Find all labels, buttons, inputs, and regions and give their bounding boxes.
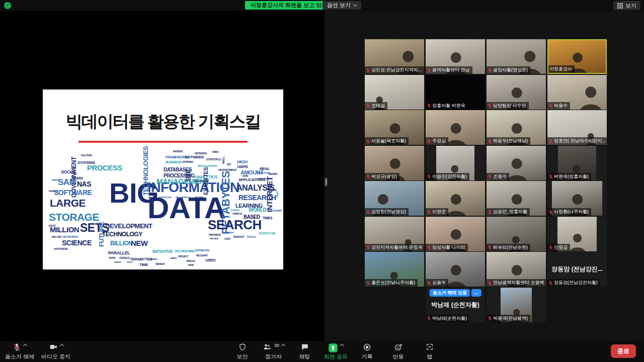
wordcloud-word: SEARCH bbox=[208, 218, 262, 231]
toolbar-item-share-screen[interactable]: 화면 공유 bbox=[323, 341, 349, 362]
more-options-button[interactable]: ... bbox=[471, 289, 481, 297]
participant-tile[interactable]: 장흥자활 박현욱 bbox=[426, 75, 485, 110]
participant-tile[interactable]: 사정환(나주자활) bbox=[547, 181, 607, 216]
participant-tile[interactable]: 김동민_장흥자활 bbox=[487, 181, 546, 216]
wordcloud-word: DRIVE bbox=[52, 179, 58, 182]
participant-name: 조태섭 bbox=[371, 103, 385, 109]
participant-tile[interactable]: 안창금 bbox=[547, 217, 607, 251]
mic-muted-icon bbox=[366, 281, 370, 286]
participant-tile[interactable]: 광양자활(명상준) bbox=[487, 39, 546, 74]
participant-name: 허유리(전남순천) bbox=[493, 244, 528, 251]
participant-name: 주경심 bbox=[432, 138, 446, 144]
request-unmute-button[interactable]: 음소거 해제 요청 bbox=[430, 289, 470, 297]
participant-tile[interactable]: 김민경.전남강진지역자... bbox=[365, 39, 424, 74]
wordcloud-word: SCIENCE bbox=[62, 239, 92, 246]
wordcloud-word: FUNDING bbox=[226, 232, 234, 234]
wordcloud-word: YEAR bbox=[276, 192, 279, 198]
participant-display-name: 박남재 (순천자활) bbox=[426, 301, 485, 309]
wordcloud-word: NAS bbox=[77, 180, 91, 188]
mic-muted-icon bbox=[366, 210, 370, 215]
participant-nameplate: 강진지역자활센터 문정국 bbox=[365, 244, 424, 251]
wordcloud-word: PROCESS bbox=[87, 164, 122, 171]
wordcloud-word: USING bbox=[212, 151, 218, 153]
participant-nameplate: 장효연( 전남여수시민지... bbox=[547, 137, 607, 145]
participant-tile[interactable]: 전남광역자활센터 조원택 bbox=[487, 252, 546, 287]
wordcloud-word: EXABYTES bbox=[203, 167, 209, 195]
participant-nameplate: 조형수 bbox=[487, 173, 509, 180]
participant-tile[interactable]: 주경심 bbox=[426, 110, 485, 145]
participant-tile[interactable]: 박용수 bbox=[547, 75, 607, 110]
chevron-up-icon[interactable] bbox=[340, 343, 344, 347]
wordcloud-word: SENSOR bbox=[155, 263, 165, 265]
participant-tile[interactable]: 담양팀장 서수진 bbox=[487, 75, 546, 110]
wordcloud-word: INITIATIVE bbox=[152, 249, 173, 254]
record-icon bbox=[363, 343, 371, 352]
participant-name: 박남재(순천자활) bbox=[432, 315, 467, 322]
wordcloud-word: IMPLEMENTATION bbox=[176, 197, 190, 199]
participant-tile[interactable]: 허유리(전남순천) bbox=[487, 217, 546, 251]
participant-tile[interactable]: 조형수 bbox=[487, 146, 546, 180]
mic-muted-icon bbox=[427, 245, 431, 250]
participant-tile[interactable]: 김용우 bbox=[426, 252, 485, 287]
participant-tile[interactable]: 이현준 bbox=[426, 181, 485, 216]
participant-name: 담양팀장 서수진 bbox=[493, 103, 526, 109]
participant-gallery: 김민경.전남강진지역자... 광역자활센터 전남 광양자활(명상준) 이정훈강사… bbox=[365, 39, 608, 323]
participant-tile[interactable]: 박현욱(장흥자활) bbox=[547, 146, 607, 180]
wordcloud-word: MILLION bbox=[50, 226, 79, 233]
toolbar-item-chat[interactable]: 채팅 bbox=[292, 341, 318, 362]
participant-tile[interactable]: 홍은표(전남나주자활) bbox=[365, 252, 424, 287]
toolbar-item-reactions[interactable]: 반응 bbox=[385, 341, 412, 362]
participant-nameplate: 조태섭 bbox=[365, 102, 387, 110]
wordcloud-word: SOCIAL bbox=[61, 170, 76, 174]
view-options-button[interactable]: 옵션 보기 bbox=[323, 1, 361, 10]
wordcloud-word: ARCHITECTURE bbox=[259, 232, 275, 235]
participant-name: 김용우 bbox=[432, 280, 446, 286]
wordcloud-word: SOFTWARE bbox=[54, 189, 92, 196]
wordcloud-word: DEFINITION bbox=[195, 152, 206, 155]
toolbar-item-shield[interactable]: 보안 bbox=[229, 341, 256, 362]
view-options-label: 옵션 보기 bbox=[327, 1, 351, 10]
view-button[interactable]: 보기 bbox=[613, 1, 640, 10]
person-silhouette bbox=[574, 83, 607, 110]
wordcloud-word: RELEVANT bbox=[196, 254, 208, 257]
unmute-request-row: 음소거 해제 요청... bbox=[430, 289, 481, 297]
participant-nameplate: 김정한(전남영암) bbox=[365, 208, 409, 216]
participant-tile[interactable]: 이향진(강진자활) bbox=[426, 146, 485, 180]
mic-muted-icon bbox=[488, 316, 492, 321]
participant-name: 이정훈강사 bbox=[549, 66, 572, 72]
wordcloud-word: TECHNOLOGY bbox=[102, 231, 142, 237]
participant-tile[interactable]: 박남재 (순천자활)음소거 해제 요청... 박남재(순천자활) bbox=[426, 288, 485, 322]
participant-tile[interactable]: 장동암 (전남강진... 장동암(전남강진자활) bbox=[547, 252, 607, 287]
toolbar-item-record[interactable]: 기록 bbox=[354, 341, 380, 362]
participant-tile[interactable]: 강진지역자활센터 문정국 bbox=[365, 217, 424, 251]
panel-divider-handle[interactable] bbox=[324, 176, 328, 188]
leave-meeting-button[interactable]: 종료 bbox=[611, 344, 636, 358]
participant-tile[interactable]: 장효연( 전남여수시민지... bbox=[547, 110, 607, 145]
participant-nameplate: 전남광역자활센터 조원택 bbox=[487, 279, 546, 287]
participant-tile[interactable]: 조태섭 bbox=[365, 75, 424, 110]
wordcloud-word: FRAMEWORK bbox=[166, 155, 187, 159]
security-shield-icon[interactable]: ✓ bbox=[4, 2, 11, 9]
participant-name: 박현욱(장흥자활) bbox=[554, 173, 589, 180]
mic-muted-icon bbox=[488, 103, 492, 108]
participant-name: 위동우(전남해남) bbox=[493, 138, 528, 144]
participant-tile[interactable]: 김정한(전남영암) bbox=[365, 181, 424, 216]
mic-muted-icon bbox=[548, 103, 553, 108]
participant-tile[interactable]: 박상규(광양) bbox=[365, 146, 424, 180]
view-button-label: 보기 bbox=[625, 1, 636, 10]
toolbar-item-participants[interactable]: 30참가자 bbox=[261, 341, 287, 362]
participant-tile[interactable]: 박종국(전남광역) bbox=[487, 288, 546, 322]
wordcloud-word: SAN bbox=[58, 178, 75, 187]
participant-tile[interactable]: 광역자활센터 전남 bbox=[426, 39, 485, 74]
participant-name: 박종국(전남광역) bbox=[493, 315, 528, 322]
participant-tile[interactable]: 이정훈강사 bbox=[547, 39, 607, 74]
toolbar-item-apps[interactable]: 앱 bbox=[417, 341, 443, 362]
participant-tile[interactable]: 장성자활 나미리 bbox=[426, 217, 485, 251]
wordcloud-word: STATISTICS bbox=[206, 158, 221, 161]
presentation-slide: 빅데이터를 활용한 기획스킬 GOVERNMENTFACTORSYSTEMSPR… bbox=[43, 89, 283, 269]
chevron-up-icon[interactable] bbox=[281, 343, 285, 347]
participant-tile[interactable]: 위동우(전남해남) bbox=[487, 110, 546, 145]
participant-display-name: 장동암 (전남강진... bbox=[547, 265, 607, 274]
participant-tile[interactable]: 서동필(목포자활) bbox=[365, 110, 424, 145]
mic-muted-icon bbox=[366, 139, 370, 144]
